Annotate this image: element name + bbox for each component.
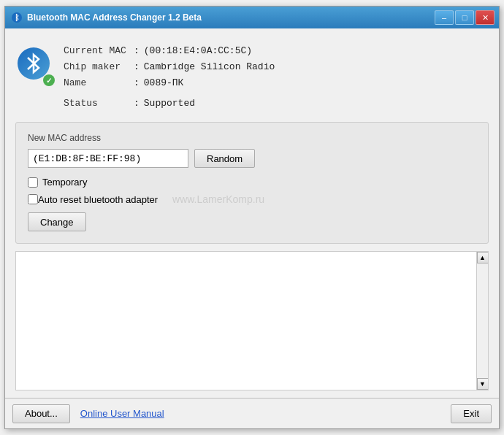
- maximize-button[interactable]: □: [455, 10, 474, 25]
- bluetooth-icon-container: ✓: [15, 43, 52, 83]
- titlebar: ᛒ Bluetooth MAC Address Changer 1.2 Beta…: [5, 7, 499, 28]
- scrollbar-up-button[interactable]: ▲: [477, 252, 489, 263]
- close-button[interactable]: ✕: [476, 10, 495, 25]
- chip-maker-value: Cambridge Silicon Radio: [144, 59, 275, 75]
- current-mac-row: Current MAC : (00:18:E4:0A:CC:5C): [64, 43, 275, 59]
- auto-reset-label: Auto reset bluetooth adapter: [38, 194, 158, 205]
- log-section: ▲ ▼: [15, 251, 489, 390]
- bluetooth-symbol: [24, 52, 43, 75]
- mac-panel: New MAC address Random Temporary Auto re…: [15, 122, 489, 244]
- svg-text:ᛒ: ᛒ: [15, 13, 20, 22]
- exit-button[interactable]: Exit: [451, 404, 492, 423]
- scrollbar-down-button[interactable]: ▼: [477, 378, 489, 390]
- status-row: Status : Supported: [64, 96, 275, 112]
- auto-reset-checkbox[interactable]: [28, 194, 38, 204]
- name-label: Name: [64, 75, 129, 91]
- current-mac-value: (00:18:E4:0A:CC:5C): [144, 43, 252, 59]
- auto-reset-row: Auto reset bluetooth adapter www.LamerKo…: [28, 193, 476, 205]
- bluetooth-check: ✓: [43, 74, 55, 86]
- watermark: www.LamerKomp.ru: [172, 193, 264, 205]
- status-value: Supported: [144, 96, 195, 112]
- mac-input-row: Random: [28, 149, 476, 168]
- temporary-checkbox[interactable]: [28, 177, 38, 188]
- status-label: Status: [64, 96, 129, 112]
- temporary-row: Temporary: [28, 177, 476, 188]
- main-content: ✓ Current MAC : (00:18:E4:0A:CC:5C) Chip…: [5, 28, 499, 398]
- main-window: ᛒ Bluetooth MAC Address Changer 1.2 Beta…: [4, 6, 500, 429]
- chip-maker-label: Chip maker: [64, 59, 129, 75]
- change-button[interactable]: Change: [28, 212, 86, 231]
- log-scrollbar: ▲ ▼: [476, 252, 488, 390]
- titlebar-controls: – □ ✕: [435, 10, 495, 25]
- footer-left: About... Online User Manual: [12, 404, 164, 423]
- titlebar-icon: ᛒ: [11, 12, 23, 23]
- about-button[interactable]: About...: [12, 404, 70, 423]
- current-mac-label: Current MAC: [64, 43, 129, 59]
- chip-maker-row: Chip maker : Cambridge Silicon Radio: [64, 59, 275, 75]
- device-info-table: Current MAC : (00:18:E4:0A:CC:5C) Chip m…: [64, 43, 275, 112]
- random-button[interactable]: Random: [194, 149, 255, 168]
- name-row: Name : 0089-ПК: [64, 75, 275, 91]
- name-value: 0089-ПК: [144, 75, 184, 91]
- change-btn-row: Change: [28, 212, 476, 231]
- footer: About... Online User Manual Exit: [5, 398, 499, 428]
- titlebar-left: ᛒ Bluetooth MAC Address Changer 1.2 Beta: [11, 12, 202, 23]
- temporary-label: Temporary: [42, 177, 87, 188]
- minimize-button[interactable]: –: [435, 10, 454, 25]
- bluetooth-circle: [18, 47, 50, 80]
- window-title: Bluetooth MAC Address Changer 1.2 Beta: [27, 12, 202, 23]
- info-section: ✓ Current MAC : (00:18:E4:0A:CC:5C) Chip…: [15, 36, 489, 119]
- mac-input[interactable]: [28, 149, 188, 168]
- new-mac-label: New MAC address: [28, 133, 476, 143]
- online-manual-link[interactable]: Online User Manual: [80, 408, 164, 419]
